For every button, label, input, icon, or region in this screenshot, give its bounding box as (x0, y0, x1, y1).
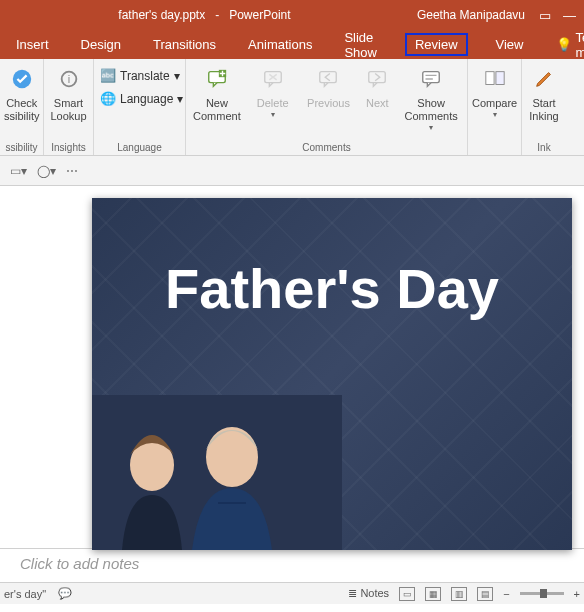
tab-tellme[interactable]: 💡 Tell me (552, 26, 585, 64)
group-ink-label: Ink (526, 142, 562, 155)
next-comment-label: Next (366, 97, 389, 110)
slide-photo[interactable] (92, 395, 342, 550)
tellme-label: Tell me (576, 30, 585, 60)
translate-button[interactable]: 🔤 Translate ▾ (98, 65, 182, 86)
new-comment-icon (202, 65, 232, 93)
status-bar: er's day" 💬 ≣ Notes ▭ ▦ ▥ ▤ − + (0, 582, 584, 604)
group-ink: Start Inking Ink (522, 59, 566, 155)
next-comment-icon (362, 65, 392, 93)
start-inking-button[interactable]: Start Inking (526, 61, 562, 123)
group-language: 🔤 Translate ▾ 🌐 Language ▾ Language (94, 59, 186, 155)
delete-comment-icon (258, 65, 288, 93)
tab-design[interactable]: Design (77, 33, 125, 56)
check-accessibility-label1: Check (6, 97, 37, 110)
ribbon-tabs: Insert Design Transitions Animations Sli… (0, 30, 584, 59)
previous-comment-button[interactable]: Previous (302, 61, 356, 110)
sorter-view-icon[interactable]: ▦ (425, 587, 441, 601)
svg-rect-10 (496, 72, 504, 85)
group-insights: i Smart Lookup Insights (44, 59, 94, 155)
svg-rect-8 (423, 72, 440, 83)
group-compare-label (472, 153, 517, 155)
tab-view[interactable]: View (492, 33, 528, 56)
new-comment-label: New Comment (193, 97, 241, 123)
compare-button[interactable]: Compare ▾ (472, 61, 517, 120)
tab-transitions[interactable]: Transitions (149, 33, 220, 56)
tab-slideshow[interactable]: Slide Show (340, 26, 381, 64)
chevron-down-icon: ▾ (177, 92, 183, 106)
reading-view-icon[interactable]: ▥ (451, 587, 467, 601)
slide-title[interactable]: Father's Day (92, 256, 572, 321)
group-comments: New Comment Delete ▾ Previous Next (186, 59, 468, 155)
tab-insert[interactable]: Insert (12, 33, 53, 56)
group-insights-label: Insights (48, 142, 89, 155)
previous-comment-label: Previous (307, 97, 350, 110)
lookup-icon: i (54, 65, 84, 93)
normal-view-icon[interactable]: ▭ (399, 587, 415, 601)
title-center: father's day.pptx - PowerPoint (8, 8, 401, 22)
show-comments-label: Show Comments (405, 97, 458, 123)
tab-review[interactable]: Review (405, 33, 468, 56)
zoom-in-button[interactable]: + (574, 588, 580, 600)
shape-rect-icon[interactable]: ▭▾ (10, 164, 27, 178)
title-app: PowerPoint (229, 8, 290, 22)
zoom-slider[interactable] (520, 592, 564, 595)
group-comments-label: Comments (190, 142, 463, 155)
minimize-icon[interactable]: — (563, 8, 576, 23)
svg-text:i: i (67, 73, 69, 85)
start-inking-label: Start Inking (529, 97, 558, 123)
globe-icon: 🌐 (100, 91, 116, 106)
svg-rect-6 (320, 72, 337, 83)
delete-comment-button[interactable]: Delete ▾ (246, 61, 300, 120)
notes-pane[interactable]: Click to add notes (0, 548, 584, 582)
title-bar: father's day.pptx - PowerPoint Geetha Ma… (0, 0, 584, 30)
compare-icon (480, 65, 510, 93)
smart-lookup-label: Smart Lookup (50, 97, 86, 123)
pen-icon (529, 65, 559, 93)
lightbulb-icon: 💡 (556, 37, 572, 52)
overflow-icon[interactable]: ⋯ (66, 164, 78, 178)
svg-point-13 (206, 427, 258, 487)
status-slide-info: er's day" (4, 588, 46, 600)
accessibility-check-icon (7, 65, 37, 93)
translate-icon: 🔤 (100, 68, 116, 83)
slideshow-view-icon[interactable]: ▤ (477, 587, 493, 601)
delete-comment-label: Delete (257, 97, 289, 110)
chevron-down-icon: ▾ (174, 69, 180, 83)
language-label: Language (120, 92, 173, 106)
group-accessibility-label: ssibility (4, 142, 39, 155)
check-accessibility-label2: ssibility (4, 110, 39, 123)
title-user: Geetha Manipadavu (417, 8, 525, 22)
zoom-out-button[interactable]: − (503, 588, 509, 600)
language-button[interactable]: 🌐 Language ▾ (98, 88, 185, 109)
chevron-down-icon: ▾ (429, 123, 433, 133)
shape-circle-icon[interactable]: ◯▾ (37, 164, 56, 178)
ribbon-display-options-icon[interactable]: ▭ (539, 8, 551, 23)
show-comments-icon (416, 65, 446, 93)
svg-rect-7 (369, 72, 386, 83)
next-comment-button[interactable]: Next (357, 61, 397, 110)
title-file: father's day.pptx (118, 8, 205, 22)
ribbon: Check ssibility ssibility i Smart Lookup… (0, 59, 584, 156)
check-accessibility-button[interactable]: Check ssibility (4, 61, 39, 123)
compare-label: Compare (472, 97, 517, 110)
tab-animations[interactable]: Animations (244, 33, 316, 56)
comments-icon[interactable]: 💬 (58, 587, 72, 600)
new-comment-button[interactable]: New Comment (190, 61, 244, 123)
notes-toggle[interactable]: ≣ Notes (348, 587, 389, 600)
chevron-down-icon: ▾ (271, 110, 275, 120)
notes-toggle-label: Notes (360, 587, 389, 599)
show-comments-button[interactable]: Show Comments ▾ (399, 61, 463, 133)
notes-placeholder: Click to add notes (20, 555, 139, 572)
quick-shapes-bar: ▭▾ ◯▾ ⋯ (0, 156, 584, 186)
group-language-label: Language (98, 142, 181, 155)
group-accessibility: Check ssibility ssibility (0, 59, 44, 155)
chevron-down-icon: ▾ (493, 110, 497, 120)
group-compare: Compare ▾ (468, 59, 522, 155)
smart-lookup-button[interactable]: i Smart Lookup (48, 61, 89, 123)
title-sep: - (209, 8, 226, 22)
slide[interactable]: Father's Day (92, 198, 572, 550)
slide-canvas[interactable]: Father's Day (0, 186, 584, 548)
previous-comment-icon (313, 65, 343, 93)
translate-label: Translate (120, 69, 170, 83)
svg-rect-9 (485, 72, 493, 85)
